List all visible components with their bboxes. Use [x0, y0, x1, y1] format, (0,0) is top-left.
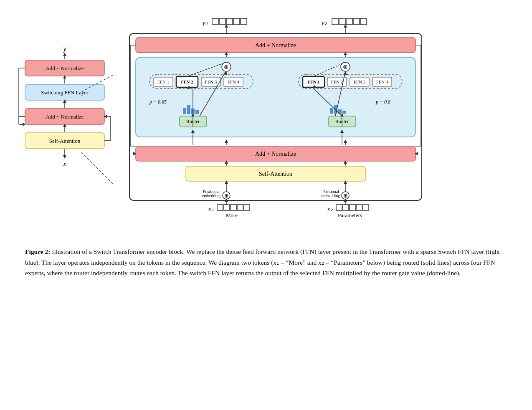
svg-line-30	[81, 152, 113, 184]
svg-rect-145	[336, 205, 342, 210]
svg-rect-96	[330, 108, 333, 114]
svg-text:⊗: ⊗	[343, 64, 348, 70]
main-container: y Add + Normalize Switching FFN Laye	[17, 13, 515, 278]
svg-text:Self-Attention: Self-Attention	[49, 138, 81, 144]
svg-rect-38	[332, 18, 338, 25]
svg-text:FFN 3: FFN 3	[354, 79, 366, 84]
svg-rect-39	[339, 18, 345, 25]
svg-text:p = 0.65: p = 0.65	[149, 99, 167, 105]
svg-text:⊕: ⊕	[343, 192, 348, 199]
figure-caption: Figure 2: Illustration of a Switch Trans…	[17, 246, 501, 278]
svg-rect-74	[195, 110, 199, 114]
svg-rect-132	[231, 205, 236, 210]
svg-rect-33	[219, 18, 225, 25]
svg-text:embedding: embedding	[202, 193, 220, 198]
svg-text:x: x	[63, 160, 66, 167]
svg-rect-32	[212, 18, 218, 25]
svg-rect-147	[350, 205, 355, 210]
right-diagram: y₁ y₂	[121, 13, 515, 234]
svg-rect-35	[233, 18, 240, 25]
svg-text:y: y	[62, 45, 66, 53]
svg-rect-131	[224, 205, 230, 210]
right-diagram-svg: y₁ y₂	[121, 13, 426, 234]
svg-rect-130	[217, 205, 223, 210]
svg-text:FFN 2: FFN 2	[181, 79, 193, 84]
svg-text:FFN 3: FFN 3	[205, 79, 217, 84]
figure-label: Figure 2:	[25, 248, 50, 255]
svg-text:y₂: y₂	[321, 20, 327, 26]
svg-text:More: More	[226, 212, 238, 218]
svg-text:x₂: x₂	[327, 206, 333, 213]
svg-rect-42	[360, 18, 367, 25]
svg-rect-34	[226, 18, 233, 25]
svg-marker-2	[63, 53, 66, 56]
svg-text:FFN 1: FFN 1	[157, 79, 169, 84]
svg-text:⊕: ⊕	[224, 192, 229, 199]
svg-rect-99	[342, 111, 346, 114]
svg-text:embedding: embedding	[322, 193, 340, 198]
diagram-area: y Add + Normalize Switching FFN Laye	[17, 13, 515, 234]
svg-text:Add + Normalize: Add + Normalize	[255, 42, 296, 48]
svg-text:y₁: y₁	[202, 20, 208, 26]
svg-rect-149	[363, 205, 369, 210]
svg-text:FFN 4: FFN 4	[376, 79, 388, 84]
svg-text:FFN 1: FFN 1	[307, 79, 320, 84]
svg-rect-40	[346, 18, 352, 25]
svg-rect-58	[136, 58, 415, 137]
svg-text:FFN 2: FFN 2	[331, 79, 343, 84]
svg-rect-146	[343, 205, 349, 210]
svg-rect-134	[244, 205, 250, 210]
svg-rect-41	[353, 18, 360, 25]
svg-rect-71	[183, 108, 186, 114]
svg-text:Parameters: Parameters	[338, 212, 362, 218]
svg-text:x₁: x₁	[208, 206, 214, 213]
left-diagram: y Add + Normalize Switching FFN Laye	[17, 29, 113, 217]
svg-rect-36	[241, 18, 247, 25]
svg-rect-133	[237, 205, 243, 210]
svg-text:Switching FFN Layer: Switching FFN Layer	[41, 89, 89, 96]
caption-text: Illustration of a Switch Transformer enc…	[25, 248, 500, 276]
svg-rect-72	[187, 105, 190, 114]
svg-text:p = 0.8: p = 0.8	[375, 99, 390, 105]
left-diagram-svg: y Add + Normalize Switching FFN Laye	[17, 42, 113, 217]
svg-text:FFN 4: FFN 4	[228, 79, 240, 84]
svg-marker-23	[63, 155, 66, 159]
svg-text:Add + Normalize: Add + Normalize	[255, 151, 296, 157]
svg-text:Add + Normalize: Add + Normalize	[46, 114, 84, 120]
svg-text:Add + Normalize: Add + Normalize	[46, 65, 84, 71]
svg-text:Self-Attention: Self-Attention	[259, 171, 292, 177]
svg-text:⊗: ⊗	[224, 64, 229, 70]
svg-rect-148	[356, 205, 362, 210]
